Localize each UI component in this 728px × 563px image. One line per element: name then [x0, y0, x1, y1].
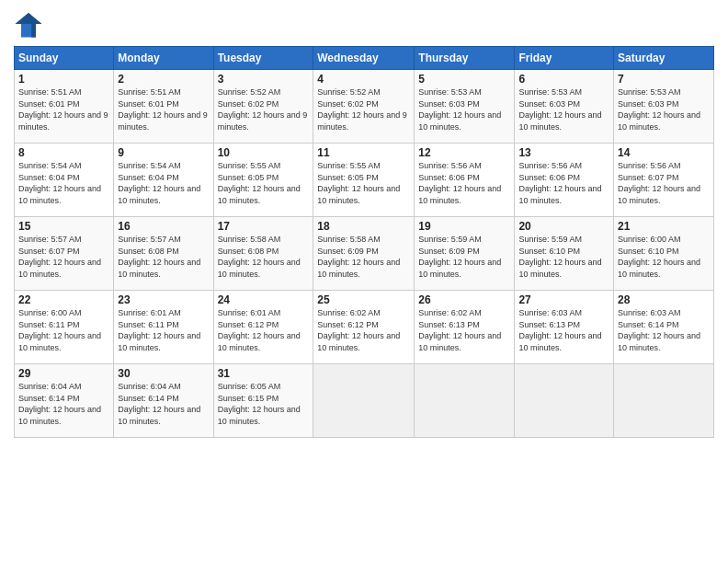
- day-cell: 9 Sunrise: 5:54 AMSunset: 6:04 PMDayligh…: [114, 144, 213, 217]
- day-info: Sunrise: 6:00 AMSunset: 6:10 PMDaylight:…: [618, 235, 700, 279]
- header-cell-saturday: Saturday: [614, 47, 714, 70]
- day-number: 15: [18, 220, 109, 233]
- header-cell-monday: Monday: [114, 47, 213, 70]
- calendar-table: SundayMondayTuesdayWednesdayThursdayFrid…: [14, 46, 714, 438]
- day-info: Sunrise: 5:56 AMSunset: 6:07 PMDaylight:…: [618, 161, 700, 205]
- day-info: Sunrise: 5:51 AMSunset: 6:01 PMDaylight:…: [18, 87, 108, 132]
- day-info: Sunrise: 5:53 AMSunset: 6:03 PMDaylight:…: [518, 87, 601, 132]
- day-cell: 27 Sunrise: 6:03 AMSunset: 6:13 PMDaylig…: [515, 291, 614, 364]
- day-number: 7: [618, 73, 710, 86]
- day-info: Sunrise: 6:02 AMSunset: 6:13 PMDaylight:…: [418, 308, 501, 352]
- day-info: Sunrise: 5:58 AMSunset: 6:08 PMDaylight:…: [218, 235, 301, 279]
- day-number: 10: [218, 146, 310, 159]
- day-number: 31: [218, 367, 310, 380]
- day-number: 14: [618, 146, 710, 159]
- week-row-4: 22 Sunrise: 6:00 AMSunset: 6:11 PMDaylig…: [15, 291, 714, 364]
- day-info: Sunrise: 5:54 AMSunset: 6:04 PMDaylight:…: [118, 161, 200, 205]
- week-row-5: 29 Sunrise: 6:04 AMSunset: 6:14 PMDaylig…: [15, 364, 714, 438]
- day-number: 25: [317, 293, 410, 306]
- day-number: 3: [218, 73, 310, 86]
- day-info: Sunrise: 5:57 AMSunset: 6:07 PMDaylight:…: [18, 235, 101, 279]
- day-number: 13: [518, 146, 609, 159]
- day-info: Sunrise: 5:52 AMSunset: 6:02 PMDaylight:…: [317, 87, 407, 132]
- day-cell: 10 Sunrise: 5:55 AMSunset: 6:05 PMDaylig…: [213, 144, 313, 217]
- day-info: Sunrise: 5:53 AMSunset: 6:03 PMDaylight:…: [418, 87, 501, 132]
- day-cell: 25 Sunrise: 6:02 AMSunset: 6:12 PMDaylig…: [313, 291, 415, 364]
- day-cell: [415, 364, 515, 438]
- header-cell-tuesday: Tuesday: [213, 47, 313, 70]
- day-info: Sunrise: 5:57 AMSunset: 6:08 PMDaylight:…: [118, 235, 200, 279]
- day-info: Sunrise: 6:01 AMSunset: 6:11 PMDaylight:…: [118, 308, 200, 352]
- day-number: 24: [218, 293, 310, 306]
- day-cell: 28 Sunrise: 6:03 AMSunset: 6:14 PMDaylig…: [614, 291, 714, 364]
- day-info: Sunrise: 5:54 AMSunset: 6:04 PMDaylight:…: [18, 161, 101, 205]
- day-number: 18: [317, 220, 410, 233]
- day-info: Sunrise: 5:56 AMSunset: 6:06 PMDaylight:…: [518, 161, 601, 205]
- day-cell: [515, 364, 614, 438]
- day-number: 1: [18, 73, 109, 86]
- day-cell: 3 Sunrise: 5:52 AMSunset: 6:02 PMDayligh…: [213, 70, 313, 144]
- day-info: Sunrise: 5:58 AMSunset: 6:09 PMDaylight:…: [317, 235, 400, 279]
- day-cell: 24 Sunrise: 6:01 AMSunset: 6:12 PMDaylig…: [213, 291, 313, 364]
- day-number: 12: [418, 146, 510, 159]
- day-info: Sunrise: 6:01 AMSunset: 6:12 PMDaylight:…: [218, 308, 301, 352]
- day-info: Sunrise: 6:03 AMSunset: 6:14 PMDaylight:…: [618, 308, 700, 352]
- day-cell: 4 Sunrise: 5:52 AMSunset: 6:02 PMDayligh…: [313, 70, 415, 144]
- day-number: 6: [518, 73, 609, 86]
- day-info: Sunrise: 6:04 AMSunset: 6:14 PMDaylight:…: [118, 382, 200, 426]
- day-info: Sunrise: 6:03 AMSunset: 6:13 PMDaylight:…: [518, 308, 601, 352]
- header: [14, 9, 714, 39]
- day-number: 30: [118, 367, 209, 380]
- day-number: 8: [18, 146, 109, 159]
- day-cell: 15 Sunrise: 5:57 AMSunset: 6:07 PMDaylig…: [15, 217, 114, 291]
- day-cell: 17 Sunrise: 5:58 AMSunset: 6:08 PMDaylig…: [213, 217, 313, 291]
- day-info: Sunrise: 6:02 AMSunset: 6:12 PMDaylight:…: [317, 308, 400, 352]
- day-cell: 14 Sunrise: 5:56 AMSunset: 6:07 PMDaylig…: [614, 144, 714, 217]
- day-number: 11: [317, 146, 410, 159]
- week-row-3: 15 Sunrise: 5:57 AMSunset: 6:07 PMDaylig…: [15, 217, 714, 291]
- day-cell: 2 Sunrise: 5:51 AMSunset: 6:01 PMDayligh…: [114, 70, 213, 144]
- day-info: Sunrise: 6:04 AMSunset: 6:14 PMDaylight:…: [18, 382, 101, 426]
- day-cell: 12 Sunrise: 5:56 AMSunset: 6:06 PMDaylig…: [415, 144, 515, 217]
- day-number: 20: [518, 220, 609, 233]
- day-cell: 26 Sunrise: 6:02 AMSunset: 6:13 PMDaylig…: [415, 291, 515, 364]
- day-cell: [614, 364, 714, 438]
- day-info: Sunrise: 5:59 AMSunset: 6:09 PMDaylight:…: [418, 235, 501, 279]
- day-info: Sunrise: 5:59 AMSunset: 6:10 PMDaylight:…: [518, 235, 601, 279]
- day-number: 9: [118, 146, 209, 159]
- day-number: 19: [418, 220, 510, 233]
- day-number: 17: [218, 220, 310, 233]
- day-info: Sunrise: 5:52 AMSunset: 6:02 PMDaylight:…: [218, 87, 308, 132]
- header-cell-sunday: Sunday: [15, 47, 114, 70]
- day-cell: 18 Sunrise: 5:58 AMSunset: 6:09 PMDaylig…: [313, 217, 415, 291]
- day-cell: 20 Sunrise: 5:59 AMSunset: 6:10 PMDaylig…: [515, 217, 614, 291]
- day-cell: 22 Sunrise: 6:00 AMSunset: 6:11 PMDaylig…: [15, 291, 114, 364]
- day-info: Sunrise: 6:00 AMSunset: 6:11 PMDaylight:…: [18, 308, 101, 352]
- day-cell: [313, 364, 415, 438]
- day-number: 29: [18, 367, 109, 380]
- day-cell: 7 Sunrise: 5:53 AMSunset: 6:03 PMDayligh…: [614, 70, 714, 144]
- header-row: SundayMondayTuesdayWednesdayThursdayFrid…: [15, 47, 714, 70]
- header-cell-wednesday: Wednesday: [313, 47, 415, 70]
- day-number: 22: [18, 293, 109, 306]
- header-cell-thursday: Thursday: [415, 47, 515, 70]
- day-number: 27: [518, 293, 609, 306]
- day-number: 2: [118, 73, 209, 86]
- logo: [14, 9, 47, 39]
- day-cell: 8 Sunrise: 5:54 AMSunset: 6:04 PMDayligh…: [15, 144, 114, 217]
- day-number: 5: [418, 73, 510, 86]
- day-info: Sunrise: 5:51 AMSunset: 6:01 PMDaylight:…: [118, 87, 208, 132]
- day-cell: 13 Sunrise: 5:56 AMSunset: 6:06 PMDaylig…: [515, 144, 614, 217]
- day-number: 21: [618, 220, 710, 233]
- day-info: Sunrise: 5:53 AMSunset: 6:03 PMDaylight:…: [618, 87, 700, 132]
- day-cell: 1 Sunrise: 5:51 AMSunset: 6:01 PMDayligh…: [15, 70, 114, 144]
- day-cell: 19 Sunrise: 5:59 AMSunset: 6:09 PMDaylig…: [415, 217, 515, 291]
- day-number: 23: [118, 293, 209, 306]
- day-cell: 16 Sunrise: 5:57 AMSunset: 6:08 PMDaylig…: [114, 217, 213, 291]
- page-container: SundayMondayTuesdayWednesdayThursdayFrid…: [0, 0, 728, 447]
- week-row-2: 8 Sunrise: 5:54 AMSunset: 6:04 PMDayligh…: [15, 144, 714, 217]
- day-cell: 5 Sunrise: 5:53 AMSunset: 6:03 PMDayligh…: [415, 70, 515, 144]
- week-row-1: 1 Sunrise: 5:51 AMSunset: 6:01 PMDayligh…: [15, 70, 714, 144]
- day-info: Sunrise: 5:55 AMSunset: 6:05 PMDaylight:…: [218, 161, 301, 205]
- day-cell: 6 Sunrise: 5:53 AMSunset: 6:03 PMDayligh…: [515, 70, 614, 144]
